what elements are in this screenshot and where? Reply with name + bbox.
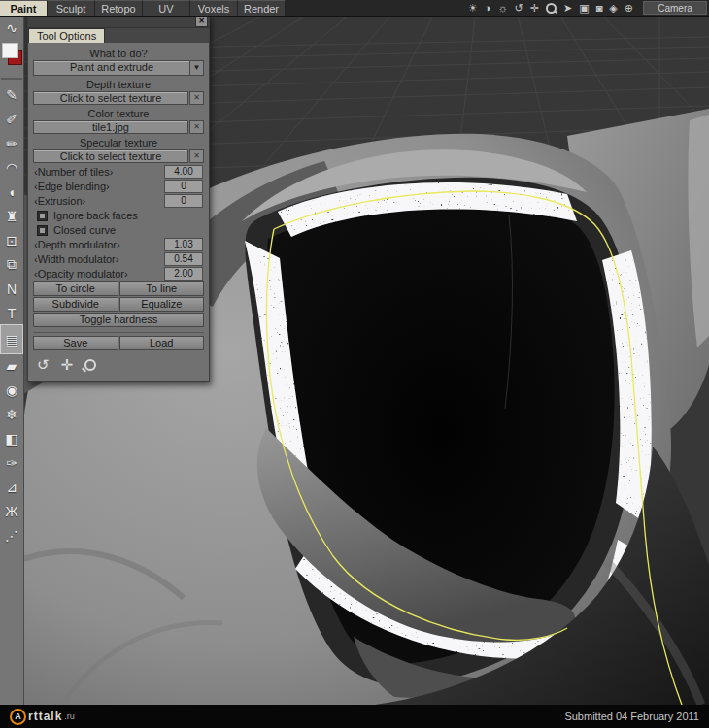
tab-tool-options[interactable]: Tool Options <box>28 28 105 43</box>
opacity-modulator-value[interactable]: 2.00 <box>164 267 203 281</box>
menu-bar: Paint Sculpt Retopo UV Voxels Render ☀ ◑… <box>0 0 709 17</box>
closed-curve-label: Closed curve <box>53 224 116 236</box>
chisel-tool-icon[interactable]: ✏ <box>1 131 22 155</box>
specular-icon[interactable]: ☼ <box>498 0 508 16</box>
tab-sculpt[interactable]: Sculpt <box>48 0 95 16</box>
move-curve-icon[interactable]: ✛ <box>61 356 74 374</box>
extrusion-row: ‹Extrusion› 0 <box>31 194 206 208</box>
zoom-view-icon[interactable] <box>546 3 557 14</box>
specular-texture-clear-icon[interactable]: ✕ <box>189 149 204 163</box>
depth-modulator-label[interactable]: ‹Depth modulator› <box>34 239 120 250</box>
zoom-curve-icon[interactable] <box>84 359 96 371</box>
load-button[interactable]: Load <box>119 336 205 350</box>
close-icon[interactable]: ✕ <box>195 17 208 27</box>
toggle-hardness-button[interactable]: Toggle hardness <box>33 313 204 327</box>
spline-tool-icon[interactable]: N <box>1 277 22 301</box>
stamp-tool-icon[interactable]: ♜ <box>1 204 22 228</box>
color-texture-clear-icon[interactable]: ✕ <box>189 120 204 134</box>
depth-texture-clear-icon[interactable]: ✕ <box>189 91 204 105</box>
copy-pages-tool-icon[interactable]: ⧉ <box>1 252 22 277</box>
extrusion-value[interactable]: 0 <box>164 194 203 208</box>
tab-render[interactable]: Render <box>238 0 286 16</box>
freeze-tool-icon[interactable]: ❄ <box>1 402 22 426</box>
circle-frame-icon[interactable]: ◙ <box>596 0 603 16</box>
opacity-modulator-label[interactable]: ‹Opacity modulator› <box>34 268 128 280</box>
primary-color-swatch[interactable] <box>2 43 18 58</box>
number-of-tiles-label[interactable]: ‹Number of tiles› <box>34 166 113 178</box>
square-frame-icon[interactable]: ▣ <box>579 0 589 16</box>
panel-titlebar[interactable]: ✕ <box>28 17 209 28</box>
view-icon-strip: ☀ ◑ ☼ ↺ ✛ ➤ ▣ ◙ ◈ ⊕ <box>460 0 641 16</box>
smooth-iron-tool-icon[interactable]: ⊿ <box>1 475 22 499</box>
text-tool-icon[interactable]: T <box>1 301 22 325</box>
globe-icon[interactable]: ⊕ <box>625 0 633 16</box>
lasso-tool-icon[interactable]: ⊡ <box>1 228 22 252</box>
to-line-button[interactable]: To line <box>119 281 205 296</box>
fill-tool-icon[interactable]: ◧ <box>1 426 22 450</box>
ruler-tool-icon[interactable]: ⋰ <box>1 523 22 547</box>
edge-blending-label[interactable]: ‹Edge blending› <box>34 181 110 192</box>
depth-modulator-value[interactable]: 1.03 <box>164 238 203 251</box>
color-swatch[interactable] <box>1 42 22 69</box>
edge-blending-row: ‹Edge blending› 0 <box>31 180 206 193</box>
eyedropper-tool-icon[interactable]: ✑ <box>1 450 22 475</box>
rotate-view-icon[interactable]: ↺ <box>515 0 523 16</box>
color-texture-value[interactable]: tile1.jpg <box>33 120 188 134</box>
specular-texture-label: Specular texture <box>31 136 206 149</box>
curve-hill-tool-icon[interactable]: ◠ <box>1 155 22 180</box>
mode-value: Paint and extrude <box>34 61 189 75</box>
airbrush-tool-icon[interactable]: ✐ <box>1 107 22 131</box>
edge-blending-value[interactable]: 0 <box>164 180 203 193</box>
depth-texture-select-button[interactable]: Click to select texture <box>33 91 188 105</box>
tool-palette: ∿ ✎ ✐ ✏ ◠ ◖ ♜ ⊡ ⧉ N T ▤ ▰ ◉ ❄ ◧ ✑ ⊿ Ж ⋰ <box>0 16 24 705</box>
ignore-back-faces-label: Ignore back faces <box>53 210 138 221</box>
mode-dropdown[interactable]: Paint and extrude ▼ <box>33 60 204 76</box>
chevron-down-icon[interactable]: ▼ <box>189 61 203 75</box>
visibility-tool-icon[interactable]: ◉ <box>1 378 22 402</box>
target-icon[interactable]: ◈ <box>609 0 617 16</box>
arttalk-logo: A rttalk .ru <box>10 709 75 725</box>
symmetry-tool-icon[interactable]: Ж <box>1 499 22 523</box>
contrast-icon[interactable]: ◑ <box>485 0 491 16</box>
panel-tab-row: Tool Options <box>28 28 209 43</box>
clay-blob-tool-icon[interactable]: ◖ <box>1 180 22 204</box>
image-curve-tool-icon[interactable]: ▤ <box>1 325 22 353</box>
tab-paint[interactable]: Paint <box>0 0 48 16</box>
tab-voxels[interactable]: Voxels <box>190 0 238 16</box>
number-of-tiles-row: ‹Number of tiles› 4.00 <box>31 165 206 179</box>
closed-curve-checkbox[interactable]: Closed curve <box>31 223 206 237</box>
number-of-tiles-value[interactable]: 4.00 <box>164 165 203 179</box>
tab-uv[interactable]: UV <box>143 0 190 16</box>
eraser-tool-icon[interactable]: ▰ <box>1 353 22 378</box>
logo-tld: .ru <box>64 711 75 721</box>
equalize-button[interactable]: Equalize <box>119 297 205 312</box>
rotate-curve-icon[interactable]: ↺ <box>37 356 50 374</box>
color-texture-label: Color texture <box>31 107 206 120</box>
camera-button[interactable]: Camera <box>643 1 707 15</box>
width-modulator-row: ‹Width modulator› 0.54 <box>31 252 206 266</box>
pan-view-icon[interactable]: ✛ <box>530 0 539 16</box>
brush-tool-icon[interactable]: ✎ <box>1 83 22 107</box>
play-icon[interactable]: ➤ <box>563 0 572 16</box>
submitted-date: Submitted 04 February 2011 <box>564 711 699 722</box>
opacity-modulator-row: ‹Opacity modulator› 2.00 <box>31 267 206 281</box>
checkbox-icon[interactable] <box>37 225 48 236</box>
depth-texture-label: Depth texture <box>31 78 206 91</box>
to-circle-button[interactable]: To circle <box>33 281 118 296</box>
ignore-back-faces-checkbox[interactable]: Ignore back faces <box>31 209 206 222</box>
toolbar-divider <box>1 78 22 80</box>
width-modulator-label[interactable]: ‹Width modulator› <box>34 253 118 265</box>
checkbox-icon[interactable] <box>37 211 48 221</box>
logo-a-icon: A <box>10 709 26 725</box>
tool-options-panel: ✕ Tool Options What to do? Paint and ext… <box>27 16 210 382</box>
panel-body: What to do? Paint and extrude ▼ Depth te… <box>28 43 209 381</box>
extrusion-label[interactable]: ‹Extrusion› <box>34 195 85 207</box>
brightness-icon[interactable]: ☀ <box>468 0 478 16</box>
menu-spacer <box>286 0 460 16</box>
stroke-tool-icon[interactable]: ∿ <box>1 16 22 40</box>
specular-texture-select-button[interactable]: Click to select texture <box>33 149 188 163</box>
subdivide-button[interactable]: Subdivide <box>33 297 118 312</box>
tab-retopo[interactable]: Retopo <box>95 0 143 16</box>
save-button[interactable]: Save <box>33 336 118 350</box>
width-modulator-value[interactable]: 0.54 <box>164 252 203 266</box>
